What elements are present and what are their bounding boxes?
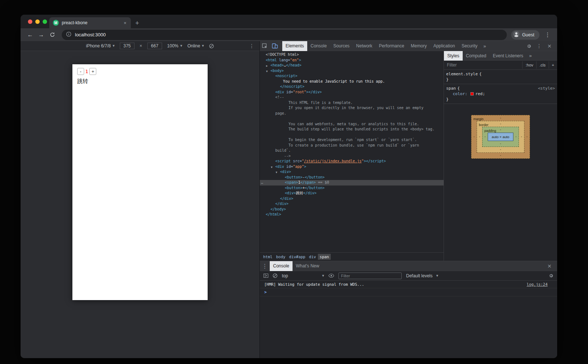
toggle-device-toolbar-icon[interactable] — [270, 41, 280, 51]
dom-tree-row[interactable]: To begin the development, run `npm start… — [260, 137, 444, 143]
back-icon[interactable]: ← — [25, 30, 35, 40]
dom-tree-row[interactable]: </div> — [260, 196, 444, 202]
browser-menu-kebab-icon[interactable]: ⋮ — [542, 30, 553, 40]
expand-arrow-icon[interactable]: ▸ — [266, 63, 268, 69]
styles-tab-computed[interactable]: Computed — [463, 51, 490, 61]
dom-tree-row[interactable]: …<span>1</span> == $0 — [260, 180, 444, 185]
styles-tab-styles[interactable]: Styles — [444, 51, 463, 61]
rule-origin-link[interactable]: <style> — [538, 86, 555, 91]
minimize-window-button[interactable] — [35, 19, 40, 24]
console-prompt[interactable]: > — [260, 288, 557, 296]
console-filter-input[interactable] — [338, 273, 402, 279]
drawer-menu-kebab-icon[interactable]: ⋮ — [260, 261, 270, 271]
dom-tree-row[interactable]: </body> — [260, 207, 444, 212]
dom-tree-row[interactable]: <button>+</button> — [260, 185, 444, 191]
console-sidebar-icon[interactable] — [263, 274, 268, 278]
dom-tree-row[interactable]: <div>跳转</div> — [260, 191, 444, 196]
zoom-select[interactable]: 100% ▼ — [167, 43, 182, 48]
decrement-button[interactable]: - — [77, 68, 84, 75]
box-model-content[interactable]: auto × auto — [488, 133, 513, 141]
dom-tree-row[interactable]: If you open it directly in the browser, … — [260, 105, 444, 111]
devtools-settings-gear-icon[interactable] — [525, 44, 533, 48]
devtools-close-icon[interactable]: × — [545, 43, 553, 49]
profile-button[interactable]: Guest — [511, 30, 539, 40]
dom-tree-row[interactable]: </div> — [260, 201, 444, 207]
toggle-pseudo-classes-button[interactable]: :hov — [522, 61, 536, 69]
more-tabs-icon[interactable]: » — [527, 53, 534, 58]
code-link[interactable]: /static/js/index.bundle.js — [304, 159, 362, 163]
breadcrumb-item-body[interactable]: body — [274, 254, 287, 260]
dom-tree-row[interactable]: <div id="root"></div> — [260, 90, 444, 95]
breadcrumb-item-div-app[interactable]: div#app — [287, 254, 307, 260]
forward-icon[interactable]: → — [36, 30, 46, 40]
dom-tree-row[interactable]: To create a production bundle, use `npm … — [260, 143, 444, 148]
box-model-margin[interactable]: margin - - - - border - - - - — [471, 115, 530, 159]
devtools-tab-security[interactable]: Security — [458, 41, 481, 51]
dom-tree-row[interactable]: ▾<body> — [260, 68, 444, 74]
dom-tree-row[interactable]: The build step will place the bundled sc… — [260, 127, 444, 132]
increment-button[interactable]: + — [89, 68, 96, 75]
breadcrumb-item-div[interactable]: div — [307, 254, 318, 260]
dom-tree-row[interactable]: <!-- — [260, 95, 444, 100]
console-levels-select[interactable]: Default levels ▼ — [406, 273, 438, 278]
css-color-swatch[interactable] — [470, 92, 474, 95]
devtools-tab-performance[interactable]: Performance — [376, 41, 408, 51]
dom-tree-row[interactable]: ▾<div id="app"> — [260, 164, 444, 170]
dom-tree-row[interactable]: --> — [260, 154, 444, 159]
dom-tree-row[interactable]: ▸<head>…</head> — [260, 63, 444, 68]
devtools-menu-kebab-icon[interactable]: ⋮ — [535, 43, 543, 49]
css-declaration[interactable]: color: red; — [444, 91, 557, 97]
console-tab-console[interactable]: Console — [270, 261, 293, 271]
toggle-element-classes-button[interactable]: .cls — [536, 61, 549, 69]
zoom-window-button[interactable] — [43, 19, 47, 24]
styles-filter-input[interactable] — [444, 62, 522, 68]
dom-tree-row[interactable]: ▾<div> — [260, 169, 444, 175]
viewport-width-input[interactable]: 375 — [120, 43, 135, 49]
new-style-rule-button[interactable]: + — [549, 61, 557, 69]
close-window-button[interactable] — [28, 19, 32, 24]
device-toolbar-menu-kebab-icon[interactable]: ⋮ — [249, 43, 254, 49]
page-info-icon[interactable] — [66, 32, 71, 38]
dom-tree-row[interactable]: <script src="/static/js/index.bundle.js"… — [260, 159, 444, 164]
inspect-element-icon[interactable] — [260, 41, 270, 51]
live-expression-eye-icon[interactable] — [329, 274, 334, 278]
dom-tree-row[interactable] — [260, 132, 444, 138]
viewport-height-input[interactable]: 667 — [147, 43, 162, 49]
dom-tree-row[interactable]: </noscript> — [260, 84, 444, 90]
element-style-rule[interactable]: element.style{ — [444, 71, 557, 77]
box-model-border[interactable]: border - - - - padding - - - — [477, 121, 524, 153]
console-settings-gear-icon[interactable] — [549, 273, 553, 278]
address-bar[interactable]: localhost:3000 — [62, 30, 507, 40]
tab-close-icon[interactable]: × — [123, 20, 127, 26]
dom-tree-row[interactable]: You can add webfonts, meta tags, or anal… — [260, 122, 444, 127]
browser-tab[interactable]: M preact-kbone × — [49, 17, 131, 28]
collapse-arrow-icon[interactable]: ▾ — [271, 165, 273, 170]
new-tab-button[interactable]: + — [135, 20, 139, 26]
dom-tree-row[interactable]: This HTML file is a template. — [260, 100, 444, 106]
dom-tree-row[interactable]: <noscript> — [260, 73, 444, 79]
console-tab-what-s-new[interactable]: What's New — [293, 261, 323, 271]
more-tabs-icon[interactable]: » — [481, 43, 488, 49]
devtools-tab-network[interactable]: Network — [353, 41, 376, 51]
clear-console-icon[interactable] — [273, 273, 277, 278]
dom-tree-row[interactable]: build`. — [260, 148, 444, 154]
throttling-select[interactable]: Online ▼ — [187, 43, 204, 48]
device-select[interactable]: iPhone 6/7/8 ▼ — [86, 43, 115, 48]
console-context-select[interactable]: top ▼ — [282, 273, 324, 278]
devtools-tab-console[interactable]: Console — [307, 41, 330, 51]
dom-tree-row[interactable]: page. — [260, 111, 444, 116]
breadcrumb-item-span[interactable]: span — [318, 254, 331, 260]
dom-tree-row[interactable]: </html> — [260, 212, 444, 217]
devtools-tab-elements[interactable]: Elements — [282, 41, 307, 51]
span-rule-header[interactable]: <style> span{ — [444, 86, 557, 91]
dom-tree-row[interactable]: <!DOCTYPE html> — [260, 52, 444, 58]
dom-tree-row[interactable]: <button>-</button> — [260, 175, 444, 180]
drawer-close-icon[interactable]: × — [545, 263, 553, 269]
collapse-arrow-icon[interactable]: ▾ — [266, 69, 268, 74]
jump-link[interactable]: 跳转 — [77, 78, 203, 85]
devtools-tab-application[interactable]: Application — [430, 41, 458, 51]
dom-tree-row[interactable]: <html lang="en"> — [260, 58, 444, 63]
dom-tree-row[interactable]: You need to enable JavaScript to run thi… — [260, 79, 444, 84]
collapse-arrow-icon[interactable]: ▾ — [276, 170, 277, 175]
rotate-icon[interactable] — [209, 44, 214, 48]
